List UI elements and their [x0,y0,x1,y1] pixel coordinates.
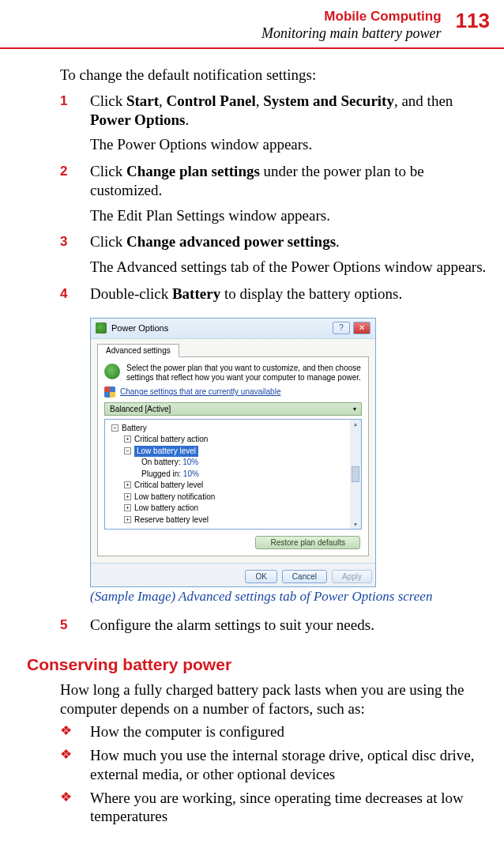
step-5: 5 Configure the alarm settings to suit y… [60,616,490,641]
step-number: 5 [60,616,76,641]
expand-icon[interactable]: + [124,504,131,511]
restore-row: Restore plan defaults [104,530,362,549]
close-button[interactable]: ✕ [353,322,370,334]
step-text: Double-click Battery to display the batt… [90,285,490,303]
main-content: To change the default notification setti… [0,49,504,826]
step-result: The Advanced settings tab of the Power O… [90,258,490,277]
tree-sub-on-battery[interactable]: On battery: 10% [107,457,345,469]
link-text: Change settings that are currently unava… [120,387,280,396]
bullet-text: How the computer is configured [90,722,490,741]
step-result: The Power Options window appears. [90,135,490,154]
energy-icon [104,364,120,379]
step-number: 3 [60,232,76,278]
step-text: Configure the alarm settings to suit you… [90,616,490,635]
tree-item[interactable]: +Low battery action [107,503,345,515]
cancel-button[interactable]: Cancel [282,570,327,583]
bullet-icon: ❖ [60,746,76,784]
collapse-icon[interactable]: − [124,447,131,454]
scroll-up-icon[interactable]: ▴ [353,420,358,428]
expand-icon[interactable]: + [124,435,131,443]
intro-text: To change the default notification setti… [60,66,490,84]
body-paragraph: How long a fully charged battery pack la… [60,680,490,718]
step-4: 4 Double-click Battery to display the ba… [60,285,490,310]
chapter-title: Mobile Computing [261,8,442,25]
step-number: 1 [60,92,76,156]
step-3: 3 Click Change advanced power settings. … [60,232,490,278]
uac-link[interactable]: Change settings that are currently unava… [104,386,362,398]
titlebar: Power Options ? ✕ [91,319,375,339]
power-options-dialog: Power Options ? ✕ Advanced settings Sele… [90,318,376,588]
step-body: Click Start, Control Panel, System and S… [90,92,490,156]
titlebar-left: Power Options [96,322,168,334]
bullet-item: ❖ How much you use the internal storage … [60,746,490,784]
scrollbar[interactable]: ▴ ▾ [350,420,361,530]
plan-selected: Balanced [Active] [110,405,171,413]
description-text: Select the power plan that you want to c… [126,364,362,383]
step-body: Double-click Battery to display the batt… [90,285,490,310]
ok-button[interactable]: OK [245,570,276,583]
step-body: Click Change plan settings under the pow… [90,162,490,226]
step-body: Configure the alarm settings to suit you… [90,616,490,641]
titlebar-buttons: ? ✕ [333,322,370,334]
bullet-text: How much you use the internal storage dr… [90,746,490,784]
tree-root[interactable]: −Battery [107,423,345,435]
restore-defaults-button[interactable]: Restore plan defaults [255,536,360,549]
tab-advanced-settings[interactable]: Advanced settings [97,344,179,357]
apply-button[interactable]: Apply [332,570,372,583]
step-2: 2 Click Change plan settings under the p… [60,162,490,226]
step-text: Click Change plan settings under the pow… [90,162,490,200]
tree-item[interactable]: +Reserve battery level [107,515,345,526]
scroll-down-icon[interactable]: ▾ [353,520,358,529]
step-number: 2 [60,162,76,226]
dialog-window: Power Options ? ✕ Advanced settings Sele… [90,318,376,588]
section-heading: Conserving battery power [27,655,490,674]
bullet-text: Where you are working, since operating t… [90,789,490,827]
expand-icon[interactable]: + [124,516,131,523]
bullet-icon: ❖ [60,789,76,827]
bullet-item: ❖ Where you are working, since operating… [60,789,490,827]
tabstrip: Advanced settings [97,344,369,357]
tab-body: Select the power plan that you want to c… [97,357,369,557]
shield-icon [104,386,115,398]
header-text: Mobile Computing Monitoring main battery… [261,8,442,43]
settings-tree: −Battery +Critical battery action −Low b… [104,419,362,530]
bullet-item: ❖ How the computer is configured [60,722,490,741]
page-number: 113 [456,8,490,31]
step-1: 1 Click Start, Control Panel, System and… [60,92,490,156]
tab-area: Advanced settings Select the power plan … [91,339,375,564]
step-body: Click Change advanced power settings. Th… [90,232,490,278]
power-icon [96,322,107,334]
bullet-icon: ❖ [60,722,76,741]
tree-sub-plugged-in[interactable]: Plugged in: 10% [107,469,345,481]
help-button[interactable]: ? [333,322,350,334]
page-header: Mobile Computing Monitoring main battery… [0,0,504,43]
tree-item[interactable]: +Critical battery action [107,434,345,446]
dialog-actions: OK Cancel Apply [91,563,375,586]
tree-item-selected[interactable]: −Low battery level [107,446,345,458]
tree-list: −Battery +Critical battery action −Low b… [107,423,358,526]
expand-icon[interactable]: + [124,493,131,500]
step-text: Click Start, Control Panel, System and S… [90,92,490,130]
tree-item[interactable]: +Low battery notification [107,492,345,503]
scroll-thumb[interactable] [352,466,359,482]
chevron-down-icon: ▾ [353,405,356,413]
section-subtitle: Monitoring main battery power [261,25,442,43]
tree-item[interactable]: +Critical battery level [107,480,345,492]
step-result: The Edit Plan Settings window appears. [90,206,490,225]
plan-dropdown[interactable]: Balanced [Active] ▾ [104,402,362,416]
step-number: 4 [60,285,76,310]
window-title: Power Options [111,323,168,333]
collapse-icon[interactable]: − [111,424,118,432]
image-caption: (Sample Image) Advanced settings tab of … [90,589,490,605]
expand-icon[interactable]: + [124,481,131,488]
description-row: Select the power plan that you want to c… [104,364,362,383]
step-text: Click Change advanced power settings. [90,232,490,251]
